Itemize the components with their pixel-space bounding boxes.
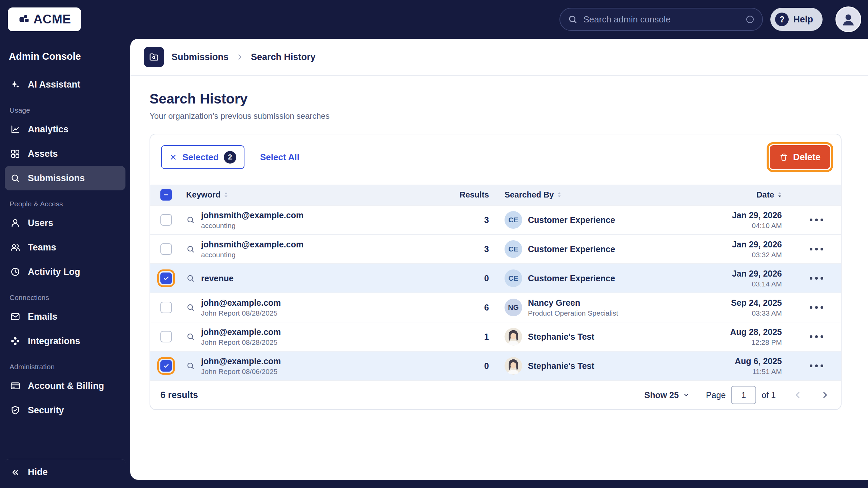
row-menu-button[interactable]: [806, 331, 827, 342]
page-subtitle: Your organization’s previous submission …: [150, 111, 842, 121]
row-menu-button[interactable]: [806, 214, 827, 225]
search-icon: [186, 245, 195, 254]
date-column-header: Date: [756, 190, 774, 200]
search-history-card: Selected 2 Select All Delete: [150, 134, 842, 410]
brand-name: ACME: [34, 12, 71, 26]
row-checkbox[interactable]: [160, 331, 172, 342]
page-title: Search History: [150, 91, 842, 107]
sidebar-item-activity-log[interactable]: Activity Log: [5, 260, 125, 284]
keyword-column-header: Keyword: [186, 190, 220, 200]
sidebar-item-assets[interactable]: Assets: [5, 142, 125, 166]
delete-button[interactable]: Delete: [770, 145, 830, 169]
page-label: Page: [706, 390, 726, 400]
row-checkbox-checked[interactable]: [160, 273, 172, 284]
searched-by-name: Stephanie's Test: [528, 332, 594, 342]
table-row[interactable]: john@example.com John Report 08/28/2025 …: [150, 293, 841, 322]
sidebar-item-ai-assistant[interactable]: AI Assistant: [5, 72, 125, 97]
row-time: 03:14 AM: [660, 280, 782, 288]
row-time: 12:28 PM: [660, 338, 782, 346]
sidebar-hide-button[interactable]: Hide: [5, 459, 125, 483]
sparkles-icon: [10, 79, 20, 90]
row-menu-button[interactable]: [806, 244, 827, 255]
results-count: 3: [438, 215, 489, 225]
sidebar-item-analytics[interactable]: Analytics: [5, 117, 125, 142]
avatar-initials: NG: [505, 299, 522, 316]
next-page-button[interactable]: [819, 389, 831, 401]
admin-search[interactable]: [559, 8, 763, 31]
row-checkbox[interactable]: [160, 302, 172, 313]
row-date: Sep 24, 2025: [660, 298, 782, 308]
results-count: 6: [438, 303, 489, 313]
clear-selection-button[interactable]: Selected 2: [161, 145, 244, 169]
sort-icon[interactable]: [224, 191, 228, 198]
user-icon: [10, 218, 20, 228]
credit-card-icon: [10, 381, 20, 391]
table-toolbar: Selected 2 Select All Delete: [150, 134, 841, 185]
row-checkbox[interactable]: [160, 243, 172, 255]
keyword-subtext: John Report 08/28/2025: [201, 309, 281, 317]
section-connections: Connections: [9, 294, 125, 302]
sidebar-item-emails[interactable]: Emails: [5, 304, 125, 329]
page-number-input[interactable]: [731, 386, 756, 404]
keyword-text: johnsmith@example.com: [201, 210, 303, 220]
table-row-selected[interactable]: john@example.com John Report 08/06/2025 …: [150, 351, 841, 380]
mail-icon: [10, 312, 20, 322]
searched-by-name: Customer Experience: [528, 244, 615, 254]
selected-count-badge: 2: [224, 151, 236, 164]
row-menu-button[interactable]: [806, 273, 827, 284]
section-administration: Administration: [9, 363, 125, 371]
sidebar-item-account-billing[interactable]: Account & Billing: [5, 374, 125, 398]
previous-page-button[interactable]: [792, 389, 804, 401]
search-input[interactable]: [583, 14, 740, 25]
select-all-checkbox[interactable]: [160, 189, 172, 201]
avatar-initials: CE: [505, 211, 522, 229]
sort-icon[interactable]: [557, 191, 561, 198]
keyword-subtext: John Report 08/28/2025: [201, 338, 281, 346]
row-checkbox[interactable]: [160, 214, 172, 226]
row-time: 04:10 AM: [660, 222, 782, 230]
integrations-icon: [10, 336, 20, 346]
trash-icon: [779, 153, 788, 162]
sidebar-item-submissions[interactable]: Submissions: [5, 166, 125, 190]
submissions-folder-icon: [144, 47, 164, 67]
keyword-subtext: John Report 08/06/2025: [201, 368, 281, 376]
results-count: 0: [438, 361, 489, 371]
row-menu-button[interactable]: [806, 360, 827, 371]
search-icon: [186, 274, 195, 283]
info-icon[interactable]: [745, 15, 755, 24]
searched-by-role: Product Operation Specialist: [528, 309, 618, 317]
breadcrumb-current: Search History: [251, 52, 316, 62]
search-icon: [568, 14, 578, 24]
row-date: Jan 29, 2026: [660, 269, 782, 279]
searched-by-name: Customer Experience: [528, 215, 615, 225]
top-bar: ACME ? Help: [0, 0, 868, 39]
results-count: 0: [438, 274, 489, 283]
sidebar-item-integrations[interactable]: Integrations: [5, 329, 125, 353]
table-footer: 6 results Show 25 Page of 1: [150, 380, 841, 409]
results-count: 1: [438, 332, 489, 342]
help-button[interactable]: ? Help: [770, 8, 823, 31]
keyword-text: john@example.com: [201, 298, 281, 308]
select-all-button[interactable]: Select All: [260, 152, 299, 163]
user-avatar[interactable]: [835, 6, 861, 32]
table-row[interactable]: johnsmith@example.com accounting 3 CE Cu…: [150, 234, 841, 263]
sidebar-item-teams[interactable]: Teams: [5, 235, 125, 260]
search-icon: [186, 215, 195, 224]
table-row[interactable]: johnsmith@example.com accounting 3 CE Cu…: [150, 205, 841, 234]
results-column-header: Results: [459, 190, 489, 200]
page-size-select[interactable]: Show 25: [644, 390, 689, 400]
table-row[interactable]: john@example.com John Report 08/28/2025 …: [150, 322, 841, 351]
sidebar-item-users[interactable]: Users: [5, 211, 125, 235]
brand-logo[interactable]: ACME: [8, 7, 81, 31]
avatar-initials: CE: [505, 269, 522, 287]
search-icon: [186, 361, 195, 370]
sort-desc-icon[interactable]: [777, 191, 782, 198]
search-icon: [186, 303, 195, 312]
table-row-selected[interactable]: revenue 0 CE Customer Experience Jan 29,…: [150, 263, 841, 293]
row-menu-button[interactable]: [806, 302, 827, 313]
row-checkbox-checked[interactable]: [160, 360, 172, 372]
keyword-subtext: accounting: [201, 222, 303, 230]
chevron-right-icon: [236, 53, 243, 61]
sidebar-item-security[interactable]: Security: [5, 398, 125, 423]
breadcrumb-parent[interactable]: Submissions: [172, 52, 229, 62]
